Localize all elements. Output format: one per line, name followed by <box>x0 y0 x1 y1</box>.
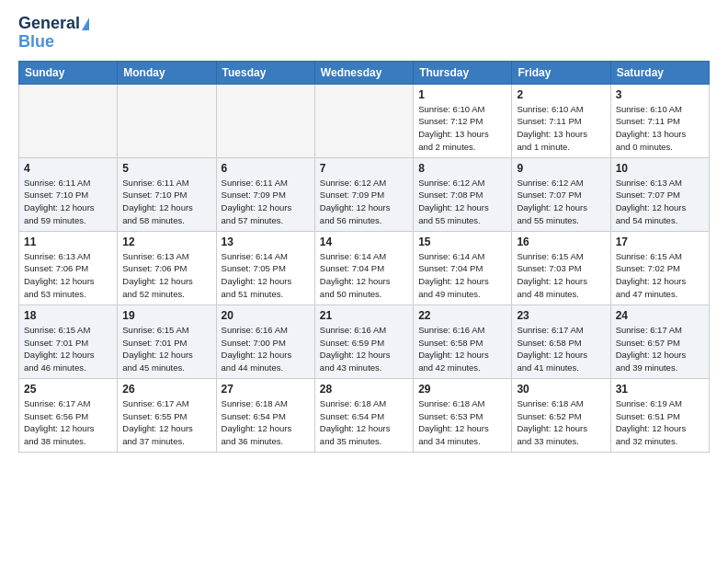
day-number: 20 <box>222 309 310 322</box>
logo-general: General <box>18 15 80 33</box>
calendar-day-cell: 26Sunrise: 6:17 AM Sunset: 6:55 PM Dayli… <box>118 378 216 452</box>
calendar-day-cell: 1Sunrise: 6:10 AM Sunset: 7:12 PM Daylig… <box>414 84 512 157</box>
day-number: 5 <box>122 162 210 175</box>
day-info: Sunrise: 6:17 AM Sunset: 6:55 PM Dayligh… <box>122 397 210 448</box>
calendar-day-cell: 4Sunrise: 6:11 AM Sunset: 7:10 PM Daylig… <box>19 157 118 231</box>
day-number: 19 <box>122 309 210 322</box>
calendar-day-cell <box>216 84 314 157</box>
day-info: Sunrise: 6:15 AM Sunset: 7:03 PM Dayligh… <box>517 250 605 301</box>
day-info: Sunrise: 6:15 AM Sunset: 7:02 PM Dayligh… <box>616 250 704 301</box>
calendar-week-row: 25Sunrise: 6:17 AM Sunset: 6:56 PM Dayli… <box>19 378 710 452</box>
col-header-sunday: Sunday <box>19 61 118 84</box>
calendar-day-cell: 21Sunrise: 6:16 AM Sunset: 6:59 PM Dayli… <box>314 304 413 378</box>
calendar-day-cell: 22Sunrise: 6:16 AM Sunset: 6:58 PM Dayli… <box>414 304 512 378</box>
day-number: 16 <box>517 236 605 248</box>
day-info: Sunrise: 6:12 AM Sunset: 7:08 PM Dayligh… <box>418 177 506 227</box>
day-info: Sunrise: 6:16 AM Sunset: 6:58 PM Dayligh… <box>418 324 506 374</box>
day-number: 30 <box>517 383 605 396</box>
day-info: Sunrise: 6:13 AM Sunset: 7:07 PM Dayligh… <box>616 177 704 227</box>
calendar-table: SundayMondayTuesdayWednesdayThursdayFrid… <box>18 61 710 453</box>
day-number: 13 <box>222 236 310 248</box>
day-info: Sunrise: 6:18 AM Sunset: 6:53 PM Dayligh… <box>418 397 506 448</box>
day-info: Sunrise: 6:16 AM Sunset: 6:59 PM Dayligh… <box>320 324 408 374</box>
day-number: 17 <box>616 236 704 248</box>
calendar-day-cell: 19Sunrise: 6:15 AM Sunset: 7:01 PM Dayli… <box>118 304 216 378</box>
col-header-saturday: Saturday <box>610 61 709 84</box>
day-info: Sunrise: 6:10 AM Sunset: 7:11 PM Dayligh… <box>616 103 704 154</box>
calendar-day-cell: 29Sunrise: 6:18 AM Sunset: 6:53 PM Dayli… <box>414 378 512 452</box>
day-number: 8 <box>418 162 506 175</box>
calendar-day-cell: 7Sunrise: 6:12 AM Sunset: 7:09 PM Daylig… <box>314 157 413 231</box>
day-info: Sunrise: 6:15 AM Sunset: 7:01 PM Dayligh… <box>24 324 112 374</box>
day-number: 24 <box>616 309 704 322</box>
logo-blue: Blue <box>18 32 54 51</box>
day-number: 9 <box>517 162 605 175</box>
calendar-day-cell: 24Sunrise: 6:17 AM Sunset: 6:57 PM Dayli… <box>610 304 709 378</box>
day-info: Sunrise: 6:11 AM Sunset: 7:09 PM Dayligh… <box>222 177 310 227</box>
calendar-day-cell: 5Sunrise: 6:11 AM Sunset: 7:10 PM Daylig… <box>118 157 216 231</box>
calendar-day-cell: 2Sunrise: 6:10 AM Sunset: 7:11 PM Daylig… <box>512 84 610 157</box>
day-number: 27 <box>222 383 310 396</box>
col-header-wednesday: Wednesday <box>314 61 413 84</box>
day-number: 11 <box>24 236 112 248</box>
calendar-day-cell: 9Sunrise: 6:12 AM Sunset: 7:07 PM Daylig… <box>512 157 610 231</box>
day-info: Sunrise: 6:12 AM Sunset: 7:09 PM Dayligh… <box>320 177 408 227</box>
calendar-week-row: 18Sunrise: 6:15 AM Sunset: 7:01 PM Dayli… <box>19 304 710 378</box>
day-number: 1 <box>418 88 506 101</box>
day-info: Sunrise: 6:18 AM Sunset: 6:54 PM Dayligh… <box>320 397 408 448</box>
calendar-day-cell: 3Sunrise: 6:10 AM Sunset: 7:11 PM Daylig… <box>610 84 709 157</box>
logo: General Blue <box>18 15 89 52</box>
calendar-week-row: 4Sunrise: 6:11 AM Sunset: 7:10 PM Daylig… <box>19 157 710 231</box>
day-number: 23 <box>517 309 605 322</box>
calendar-day-cell <box>314 84 413 157</box>
day-info: Sunrise: 6:11 AM Sunset: 7:10 PM Dayligh… <box>122 177 210 227</box>
calendar-day-cell: 8Sunrise: 6:12 AM Sunset: 7:08 PM Daylig… <box>414 157 512 231</box>
day-number: 29 <box>418 383 506 396</box>
logo-triangle-icon <box>82 17 89 30</box>
calendar-day-cell: 15Sunrise: 6:14 AM Sunset: 7:04 PM Dayli… <box>414 231 512 304</box>
day-info: Sunrise: 6:10 AM Sunset: 7:11 PM Dayligh… <box>517 103 605 154</box>
calendar-week-row: 1Sunrise: 6:10 AM Sunset: 7:12 PM Daylig… <box>19 84 710 157</box>
day-number: 14 <box>320 236 408 248</box>
day-info: Sunrise: 6:17 AM Sunset: 6:58 PM Dayligh… <box>517 324 605 374</box>
calendar-day-cell: 18Sunrise: 6:15 AM Sunset: 7:01 PM Dayli… <box>19 304 118 378</box>
day-info: Sunrise: 6:14 AM Sunset: 7:04 PM Dayligh… <box>320 250 408 301</box>
day-number: 2 <box>517 88 605 101</box>
col-header-thursday: Thursday <box>414 61 512 84</box>
day-number: 3 <box>616 88 704 101</box>
day-number: 15 <box>418 236 506 248</box>
calendar-day-cell: 28Sunrise: 6:18 AM Sunset: 6:54 PM Dayli… <box>314 378 413 452</box>
day-info: Sunrise: 6:14 AM Sunset: 7:04 PM Dayligh… <box>418 250 506 301</box>
day-info: Sunrise: 6:19 AM Sunset: 6:51 PM Dayligh… <box>616 397 704 448</box>
day-info: Sunrise: 6:14 AM Sunset: 7:05 PM Dayligh… <box>222 250 310 301</box>
calendar-header-row: SundayMondayTuesdayWednesdayThursdayFrid… <box>19 61 710 84</box>
day-number: 25 <box>24 383 112 396</box>
col-header-tuesday: Tuesday <box>216 61 314 84</box>
calendar-day-cell: 27Sunrise: 6:18 AM Sunset: 6:54 PM Dayli… <box>216 378 314 452</box>
calendar-day-cell: 11Sunrise: 6:13 AM Sunset: 7:06 PM Dayli… <box>19 231 118 304</box>
day-number: 6 <box>222 162 310 175</box>
day-info: Sunrise: 6:15 AM Sunset: 7:01 PM Dayligh… <box>122 324 210 374</box>
calendar-day-cell <box>118 84 216 157</box>
day-number: 7 <box>320 162 408 175</box>
col-header-monday: Monday <box>118 61 216 84</box>
calendar-day-cell: 17Sunrise: 6:15 AM Sunset: 7:02 PM Dayli… <box>610 231 709 304</box>
calendar-day-cell <box>19 84 118 157</box>
calendar-day-cell: 16Sunrise: 6:15 AM Sunset: 7:03 PM Dayli… <box>512 231 610 304</box>
day-number: 12 <box>122 236 210 248</box>
calendar-day-cell: 30Sunrise: 6:18 AM Sunset: 6:52 PM Dayli… <box>512 378 610 452</box>
col-header-friday: Friday <box>512 61 610 84</box>
day-info: Sunrise: 6:12 AM Sunset: 7:07 PM Dayligh… <box>517 177 605 227</box>
day-info: Sunrise: 6:13 AM Sunset: 7:06 PM Dayligh… <box>24 250 112 301</box>
day-number: 31 <box>616 383 704 396</box>
calendar-day-cell: 10Sunrise: 6:13 AM Sunset: 7:07 PM Dayli… <box>610 157 709 231</box>
calendar-day-cell: 13Sunrise: 6:14 AM Sunset: 7:05 PM Dayli… <box>216 231 314 304</box>
day-info: Sunrise: 6:10 AM Sunset: 7:12 PM Dayligh… <box>418 103 506 154</box>
day-number: 18 <box>24 309 112 322</box>
page-header: General Blue <box>18 15 710 52</box>
day-info: Sunrise: 6:16 AM Sunset: 7:00 PM Dayligh… <box>222 324 310 374</box>
calendar-day-cell: 14Sunrise: 6:14 AM Sunset: 7:04 PM Dayli… <box>314 231 413 304</box>
calendar-week-row: 11Sunrise: 6:13 AM Sunset: 7:06 PM Dayli… <box>19 231 710 304</box>
calendar-day-cell: 23Sunrise: 6:17 AM Sunset: 6:58 PM Dayli… <box>512 304 610 378</box>
day-info: Sunrise: 6:18 AM Sunset: 6:52 PM Dayligh… <box>517 397 605 448</box>
